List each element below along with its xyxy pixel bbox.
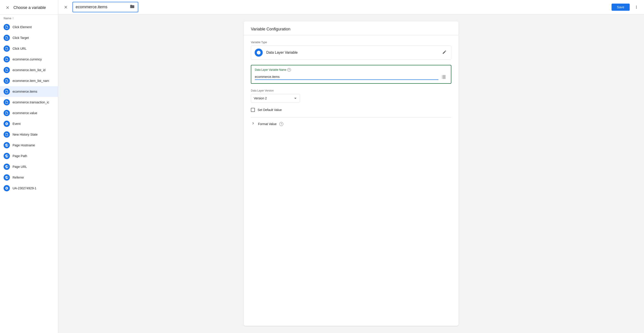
config-body: Variable Type Data Layer Variable Data L… bbox=[244, 35, 458, 132]
variable-icon bbox=[4, 24, 10, 30]
variable-item-name: ecommerce.item_list_nam bbox=[12, 79, 49, 82]
list-item[interactable]: Page Hostname bbox=[0, 140, 58, 150]
variable-icon bbox=[4, 56, 10, 62]
variable-type-icon bbox=[255, 48, 263, 56]
variable-item-name: Referrer bbox=[12, 176, 24, 179]
list-item[interactable]: Page Path bbox=[0, 150, 58, 161]
variable-icon bbox=[4, 120, 10, 127]
variable-icon bbox=[4, 174, 10, 180]
variable-item-name: ecommerce.items bbox=[12, 90, 37, 93]
variable-icon bbox=[4, 35, 10, 41]
variable-icon bbox=[4, 67, 10, 73]
svg-point-0 bbox=[258, 52, 259, 53]
left-panel-close-button[interactable] bbox=[4, 4, 12, 12]
variable-icon bbox=[4, 78, 10, 84]
dlv-input-row bbox=[255, 74, 447, 80]
format-value-label: Format Value bbox=[258, 122, 276, 126]
variable-item-name: Click URL bbox=[12, 47, 26, 50]
left-panel: Choose a variable Name ↑ Click Element C… bbox=[0, 0, 58, 333]
dlv-name-help-icon[interactable]: ? bbox=[287, 68, 291, 72]
variable-item-name: Page URL bbox=[12, 165, 27, 168]
column-header-label: Name bbox=[4, 16, 12, 20]
list-item[interactable]: Click Element bbox=[0, 22, 58, 32]
variable-item-name: Click Element bbox=[12, 25, 32, 29]
list-item[interactable]: Click URL bbox=[0, 43, 58, 54]
config-card-title: Variable Configuration bbox=[244, 22, 458, 35]
dlv-name-input[interactable] bbox=[255, 74, 438, 80]
list-item[interactable]: ecommerce.items bbox=[0, 86, 58, 97]
variable-item-name: Click Target bbox=[12, 36, 29, 40]
variable-item-name: ecommerce.currency bbox=[12, 58, 42, 61]
list-item[interactable]: ecommerce.item_list_id bbox=[0, 65, 58, 76]
variable-icon bbox=[4, 153, 10, 159]
variable-icon bbox=[4, 88, 10, 95]
more-options-button[interactable] bbox=[632, 3, 640, 11]
left-panel-header: Choose a variable bbox=[0, 0, 58, 14]
version-section: Data Layer Version Version 1 Version 2 bbox=[251, 89, 451, 102]
save-button[interactable]: Save bbox=[612, 4, 630, 11]
variable-type-name: Data Layer Variable bbox=[266, 50, 438, 54]
dlv-select-variable-button[interactable] bbox=[440, 74, 447, 80]
variable-item-name: Page Hostname bbox=[12, 144, 35, 147]
format-value-chevron-icon bbox=[251, 121, 255, 127]
format-value-row[interactable]: Format Value ? bbox=[251, 118, 451, 127]
variable-type-box: Data Layer Variable bbox=[251, 46, 451, 60]
variable-item-name: UA-230274929-1 bbox=[12, 186, 36, 190]
list-item[interactable]: New History State bbox=[0, 129, 58, 140]
variable-icon bbox=[4, 164, 10, 170]
list-item[interactable]: Event bbox=[0, 118, 58, 129]
left-panel-title: Choose a variable bbox=[14, 5, 46, 10]
dlv-name-section: Data Layer Variable Name ? bbox=[251, 65, 451, 84]
column-header: Name ↑ bbox=[0, 14, 58, 22]
variable-icon bbox=[4, 131, 10, 138]
format-value-help-icon[interactable]: ? bbox=[279, 122, 283, 126]
variable-icon bbox=[4, 46, 10, 52]
variable-type-label: Variable Type bbox=[251, 41, 451, 44]
variable-item-name: ecommerce.item_list_id bbox=[12, 68, 46, 72]
list-item[interactable]: Referrer bbox=[0, 172, 58, 183]
top-bar-close-button[interactable] bbox=[62, 3, 70, 11]
version-label: Data Layer Version bbox=[251, 89, 451, 92]
list-item[interactable]: ecommerce.value bbox=[0, 108, 58, 118]
variable-item-name: ecommerce.transaction_ic bbox=[12, 100, 49, 104]
version-select[interactable]: Version 1 Version 2 bbox=[251, 94, 300, 102]
list-item[interactable]: ecommerce.transaction_ic bbox=[0, 97, 58, 108]
variable-list: Click Element Click Target Click URL eco… bbox=[0, 22, 58, 333]
variable-item-name: Event bbox=[12, 122, 20, 126]
list-item[interactable]: Page URL bbox=[0, 161, 58, 172]
list-item[interactable]: UA-230274929-1 bbox=[0, 183, 58, 194]
folder-icon-button[interactable] bbox=[129, 4, 135, 10]
variable-icon bbox=[4, 110, 10, 116]
list-item[interactable]: ecommerce.item_list_nam bbox=[0, 76, 58, 86]
variable-item-name: New History State bbox=[12, 133, 38, 136]
content-area: Variable Configuration Variable Type Dat… bbox=[58, 14, 644, 333]
list-item[interactable]: Click Target bbox=[0, 32, 58, 43]
variable-item-name: Page Path bbox=[12, 154, 27, 158]
variable-item-name: ecommerce.value bbox=[12, 111, 37, 115]
list-item[interactable]: ecommerce.currency bbox=[0, 54, 58, 65]
edit-variable-type-button[interactable] bbox=[441, 49, 448, 56]
variable-icon bbox=[4, 185, 10, 191]
set-default-label[interactable]: Set Default Value bbox=[258, 108, 282, 112]
set-default-checkbox[interactable] bbox=[251, 108, 255, 112]
set-default-row: Set Default Value bbox=[251, 108, 451, 118]
dlv-name-label: Data Layer Variable Name ? bbox=[255, 68, 447, 72]
variable-icon bbox=[4, 99, 10, 106]
config-card: Variable Configuration Variable Type Dat… bbox=[244, 22, 458, 326]
sort-icon: ↑ bbox=[12, 16, 14, 20]
main-area: Save Variable Configuration Variable Typ… bbox=[58, 0, 644, 333]
top-bar: Save bbox=[58, 0, 644, 14]
title-input-wrapper bbox=[72, 2, 138, 12]
variable-name-input[interactable] bbox=[76, 5, 128, 10]
variable-icon bbox=[4, 142, 10, 148]
